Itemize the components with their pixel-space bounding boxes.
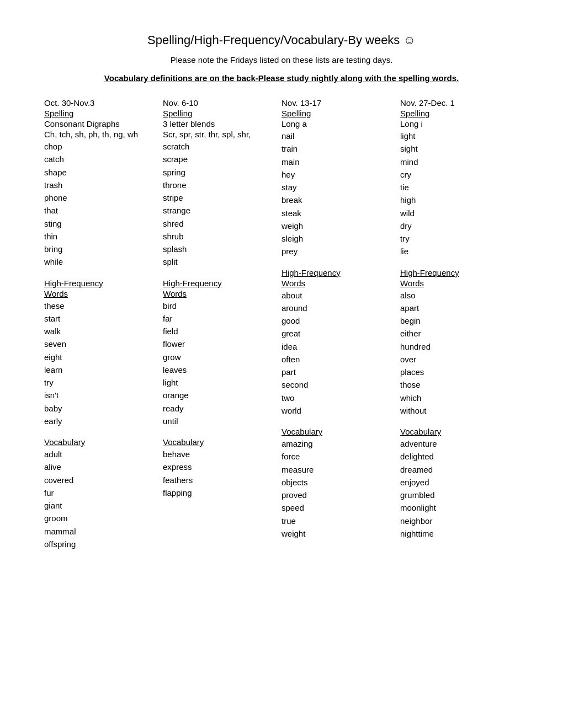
list-item: feathers — [163, 474, 275, 486]
list-item: mind — [400, 156, 512, 168]
spelling-title-0: Spelling — [44, 109, 156, 118]
list-item: force — [282, 450, 394, 463]
list-item: apart — [400, 302, 512, 314]
spelling-title-3: Spelling — [400, 109, 512, 118]
list-item: second — [282, 378, 394, 391]
list-item: behave — [163, 448, 275, 461]
list-item: cry — [400, 168, 512, 181]
date-label-1: Nov. 6-10 — [163, 98, 275, 108]
list-item: baby — [44, 402, 156, 415]
hf-list-1: birdfarfieldflowergrowleaveslightoranger… — [163, 299, 275, 428]
list-item: weight — [282, 527, 394, 540]
list-item: isn't — [44, 389, 156, 402]
list-item: shape — [44, 166, 156, 179]
spelling-sub2-1: Scr, spr, str, thr, spl, shr, — [163, 130, 275, 139]
column-1: Oct. 30-Nov.3SpellingConsonant DigraphsC… — [44, 98, 163, 550]
list-item: flower — [163, 338, 275, 350]
spelling-title-2: Spelling — [282, 109, 394, 118]
list-item: fur — [44, 486, 156, 499]
list-item: eight — [44, 351, 156, 363]
list-item: neighbor — [400, 515, 512, 527]
date-label-2: Nov. 13-17 — [282, 98, 394, 108]
list-item: that — [44, 204, 156, 217]
list-item: grumbled — [400, 489, 512, 501]
list-item: express — [163, 461, 275, 473]
list-item: part — [282, 366, 394, 378]
vocab-title-2: Vocabulary — [282, 427, 394, 436]
list-item: scratch — [163, 140, 275, 153]
list-item: seven — [44, 338, 156, 350]
list-item: also — [400, 289, 512, 302]
page-title: Spelling/High-Frequency/Vocabulary-By we… — [44, 33, 519, 47]
list-item: train — [282, 142, 394, 155]
spelling-list-1: scratchscrapespringthronestripestrangesh… — [163, 140, 275, 269]
list-item: flapping — [163, 486, 275, 499]
list-item: stripe — [163, 191, 275, 204]
vocab-list-3: adventuredelighteddreamedenjoyedgrumbled… — [400, 437, 512, 540]
list-item: strange — [163, 204, 275, 217]
list-item: begin — [400, 314, 512, 327]
column-3: Nov. 13-17SpellingLong anailtrainmainhey… — [282, 98, 400, 550]
hf-words-title-0: Words — [44, 289, 156, 298]
list-item: phone — [44, 191, 156, 204]
vocab-list-0: adultalivecoveredfurgiantgroommammaloffs… — [44, 448, 156, 550]
list-item: split — [163, 255, 275, 268]
hf-list-2: aboutaroundgoodgreatideaoftenpartsecondt… — [282, 289, 394, 417]
list-item: shrub — [163, 230, 275, 243]
bold-note-text: Vocabulary definitions are on the back-P… — [44, 73, 519, 83]
list-item: those — [400, 378, 512, 391]
list-item: over — [400, 353, 512, 366]
list-item: bring — [44, 243, 156, 255]
list-item: chop — [44, 140, 156, 153]
list-item: ready — [163, 402, 275, 415]
list-item: covered — [44, 474, 156, 486]
smiley-icon: ☺ — [403, 33, 416, 47]
hf-title-2: High-Frequency — [282, 268, 394, 277]
list-item: often — [282, 353, 394, 366]
list-item: early — [44, 415, 156, 427]
date-label-0: Oct. 30-Nov.3 — [44, 98, 156, 108]
list-item: light — [400, 130, 512, 142]
list-item: shred — [163, 217, 275, 230]
list-item: throne — [163, 179, 275, 191]
spelling-title-1: Spelling — [163, 109, 275, 118]
list-item: nail — [282, 130, 394, 142]
list-item: sight — [400, 142, 512, 155]
list-item: wild — [400, 207, 512, 220]
list-item: scrape — [163, 153, 275, 165]
list-item: until — [163, 415, 275, 427]
list-item: walk — [44, 325, 156, 338]
list-item: high — [400, 194, 512, 206]
hf-words-title-2: Words — [282, 279, 394, 288]
list-item: splash — [163, 243, 275, 255]
list-item: thin — [44, 230, 156, 243]
list-item: leaves — [163, 363, 275, 376]
list-item: places — [400, 366, 512, 378]
list-item: good — [282, 314, 394, 327]
list-item: groom — [44, 512, 156, 524]
list-item: field — [163, 325, 275, 338]
content-grid: Oct. 30-Nov.3SpellingConsonant DigraphsC… — [44, 98, 519, 550]
list-item: try — [44, 376, 156, 389]
list-item: bird — [163, 299, 275, 312]
list-item: learn — [44, 363, 156, 376]
hf-words-title-1: Words — [163, 289, 275, 298]
spelling-sub-3: Long i — [400, 119, 512, 129]
spelling-sub-1: 3 letter blends — [163, 119, 275, 129]
list-item: offspring — [44, 538, 156, 550]
spelling-list-3: lightsightmindcrytiehighwilddrytrylie — [400, 130, 512, 258]
list-item: without — [400, 404, 512, 417]
list-item: hundred — [400, 340, 512, 353]
spelling-sub-2: Long a — [282, 119, 394, 129]
list-item: break — [282, 194, 394, 206]
spelling-list-0: chopcatchshapetrashphonethatstingthinbri… — [44, 140, 156, 269]
list-item: nighttime — [400, 527, 512, 540]
vocab-title-1: Vocabulary — [163, 437, 275, 447]
list-item: moonlight — [400, 501, 512, 514]
list-item: adventure — [400, 437, 512, 450]
list-item: measure — [282, 463, 394, 476]
list-item: grow — [163, 351, 275, 363]
list-item: either — [400, 327, 512, 340]
list-item: great — [282, 327, 394, 340]
list-item: two — [282, 392, 394, 404]
